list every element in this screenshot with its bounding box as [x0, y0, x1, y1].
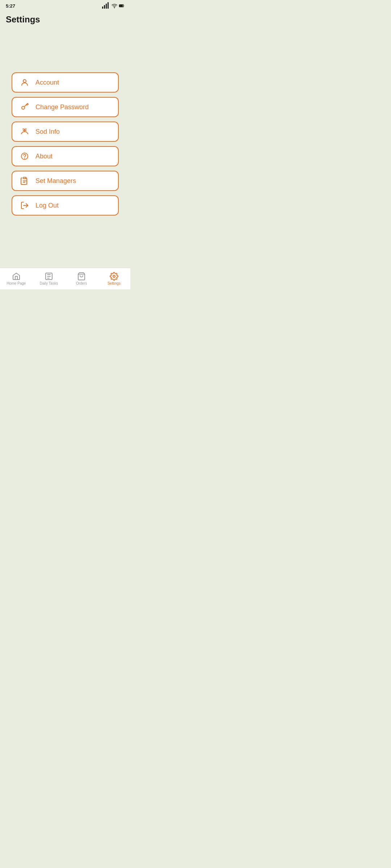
svg-rect-6	[119, 5, 123, 7]
home-icon	[12, 272, 21, 281]
question-icon	[20, 152, 30, 161]
svg-point-7	[23, 80, 26, 82]
grass-icon	[20, 127, 30, 136]
settings-header: Settings	[0, 10, 130, 29]
key-icon	[20, 103, 30, 111]
nav-orders[interactable]: Orders	[65, 270, 98, 288]
change-password-label: Change Password	[35, 103, 89, 111]
wifi-icon	[112, 3, 117, 9]
svg-rect-0	[102, 7, 103, 9]
signal-icon	[101, 1, 110, 10]
orders-icon	[77, 272, 86, 281]
battery-icon	[119, 3, 125, 9]
nav-home-label: Home Page	[7, 281, 26, 285]
settings-icon	[110, 272, 118, 281]
page-title: Settings	[6, 14, 125, 25]
user-icon	[20, 78, 30, 87]
status-time: 5:27	[6, 3, 15, 9]
nav-settings[interactable]: Settings	[98, 270, 130, 288]
svg-rect-3	[108, 2, 109, 9]
account-button[interactable]: Account	[12, 72, 119, 93]
change-password-button[interactable]: Change Password	[12, 97, 119, 117]
nav-orders-label: Orders	[76, 281, 87, 285]
status-bar: 5:27	[0, 0, 130, 10]
status-icons	[101, 1, 125, 10]
svg-rect-1	[104, 5, 105, 9]
nav-home[interactable]: Home Page	[0, 270, 33, 288]
sod-info-button[interactable]: Sod Info	[12, 122, 119, 142]
svg-point-15	[113, 275, 115, 277]
tasks-icon	[45, 272, 53, 281]
account-label: Account	[35, 79, 59, 86]
about-button[interactable]: About	[12, 146, 119, 166]
logout-icon	[20, 201, 30, 210]
svg-rect-2	[106, 4, 107, 9]
nav-daily-tasks[interactable]: Daily Tasks	[33, 270, 65, 288]
sod-info-label: Sod Info	[35, 128, 60, 136]
nav-daily-tasks-label: Daily Tasks	[40, 281, 58, 285]
svg-point-10	[25, 158, 25, 158]
svg-point-4	[114, 8, 114, 8]
nav-settings-label: Settings	[108, 281, 121, 285]
main-content: Account Change Password Sod Info	[0, 29, 130, 268]
set-managers-button[interactable]: Set Managers	[12, 171, 119, 191]
about-label: About	[35, 153, 52, 160]
svg-point-8	[22, 106, 25, 109]
log-out-button[interactable]: Log Out	[12, 195, 119, 216]
bottom-nav: Home Page Daily Tasks Orders Settings	[0, 268, 130, 289]
clipboard-icon	[20, 176, 30, 185]
set-managers-label: Set Managers	[35, 177, 76, 185]
log-out-label: Log Out	[35, 202, 59, 209]
